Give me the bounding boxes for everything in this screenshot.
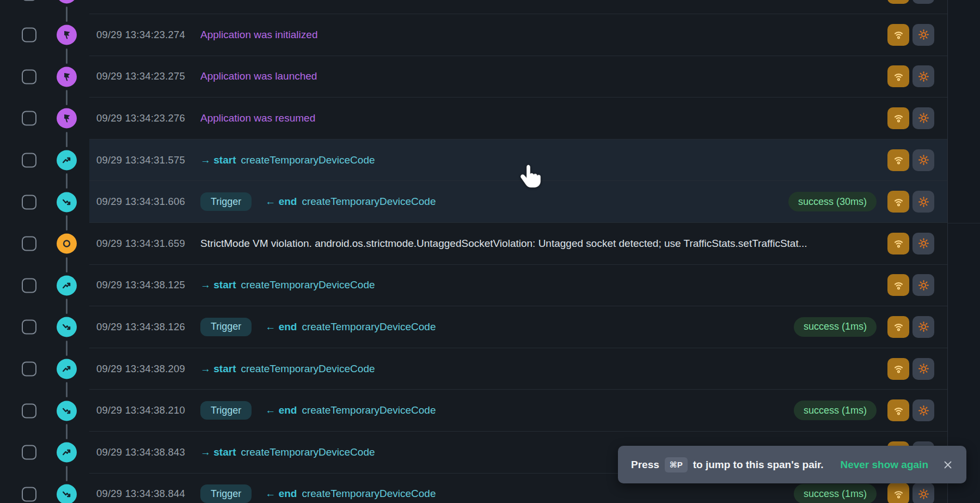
trigger-badge: Trigger: [200, 318, 252, 336]
row-gutter: [0, 348, 89, 390]
row-actions: [884, 149, 947, 171]
row-gutter: [0, 56, 89, 98]
trace-log-list: 09/29 13:34:23.274 Application was initi…: [0, 0, 947, 503]
row-content[interactable]: 09/29 13:34:38.125 → startcreateTemporar…: [89, 265, 947, 307]
row-checkbox[interactable]: [22, 237, 36, 251]
event-message: Application was initialized: [200, 29, 317, 41]
sun-button[interactable]: [912, 483, 934, 503]
sun-button[interactable]: [912, 65, 934, 87]
row-content[interactable]: 09/29 13:34:23.276 Application was resum…: [89, 98, 947, 140]
sun-button[interactable]: [912, 107, 934, 129]
span-name-link[interactable]: createTemporaryDeviceCode: [302, 321, 436, 333]
span-name-link[interactable]: createTemporaryDeviceCode: [302, 196, 436, 208]
log-row[interactable]: [0, 0, 947, 14]
row-checkbox[interactable]: [22, 153, 36, 168]
row-content[interactable]: 09/29 13:34:38.210 Trigger← endcreateTem…: [89, 390, 947, 432]
wifi-button[interactable]: [887, 0, 909, 4]
row-checkbox[interactable]: [22, 445, 36, 460]
row-actions: [884, 233, 947, 254]
sun-button[interactable]: [912, 0, 934, 4]
row-message: → startcreateTemporaryDeviceCode: [200, 363, 884, 375]
log-row[interactable]: 09/29 13:34:31.575 → startcreateTemporar…: [0, 140, 947, 181]
toast-text-press: Press: [631, 459, 659, 471]
wifi-button[interactable]: [887, 274, 909, 296]
never-show-again-link[interactable]: Never show again: [840, 459, 928, 471]
ring-icon: [57, 234, 77, 254]
wifi-button[interactable]: [887, 233, 909, 254]
span-direction-label: → start: [200, 279, 236, 291]
close-icon[interactable]: [942, 459, 953, 470]
row-checkbox[interactable]: [22, 195, 36, 209]
timeline-connector: [66, 90, 68, 105]
span-name-link[interactable]: createTemporaryDeviceCode: [302, 488, 436, 500]
timestamp: 09/29 13:34:31.575: [96, 154, 188, 166]
timeline-connector: [66, 49, 68, 64]
row-actions: success (1ms): [794, 316, 947, 338]
row-message: Trigger← endcreateTemporaryDeviceCode: [200, 192, 788, 211]
row-checkbox[interactable]: [22, 403, 36, 418]
event-message: Application was resumed: [200, 112, 315, 124]
sun-button[interactable]: [912, 233, 934, 254]
log-row[interactable]: 09/29 13:34:38.125 → startcreateTemporar…: [0, 265, 947, 307]
wifi-button[interactable]: [887, 399, 909, 421]
log-row[interactable]: 09/29 13:34:31.659 StrictMode VM violati…: [0, 223, 947, 265]
span-name-link[interactable]: createTemporaryDeviceCode: [241, 279, 375, 291]
log-row[interactable]: 09/29 13:34:23.275 Application was launc…: [0, 56, 947, 98]
wifi-button[interactable]: [887, 191, 909, 213]
row-checkbox[interactable]: [22, 278, 36, 293]
row-gutter: [0, 14, 89, 56]
timeline-connector: [66, 341, 68, 356]
wifi-button[interactable]: [887, 358, 909, 380]
span-name-link[interactable]: createTemporaryDeviceCode: [241, 154, 375, 166]
status-badge: success (1ms): [794, 401, 877, 420]
wifi-button[interactable]: [887, 107, 909, 129]
wifi-button[interactable]: [887, 149, 909, 171]
trend-down-icon: [57, 192, 77, 212]
sun-button[interactable]: [912, 399, 934, 421]
row-content[interactable]: 09/29 13:34:38.126 Trigger← endcreateTem…: [89, 306, 947, 348]
wifi-button[interactable]: [887, 483, 909, 503]
sun-button[interactable]: [912, 274, 934, 296]
sun-button[interactable]: [912, 149, 934, 171]
row-checkbox[interactable]: [22, 362, 36, 377]
row-checkbox[interactable]: [22, 111, 36, 126]
right-panel-divider: [948, 223, 980, 223]
log-row[interactable]: 09/29 13:34:31.606 Trigger← endcreateTem…: [0, 181, 947, 223]
timestamp: 09/29 13:34:38.209: [96, 363, 188, 375]
sun-button[interactable]: [912, 191, 934, 213]
wifi-button[interactable]: [887, 24, 909, 46]
row-checkbox[interactable]: [22, 28, 36, 43]
row-checkbox[interactable]: [22, 487, 36, 501]
row-content[interactable]: [89, 0, 947, 14]
row-content[interactable]: 09/29 13:34:23.275 Application was launc…: [89, 56, 947, 98]
row-checkbox[interactable]: [22, 0, 36, 1]
wifi-button[interactable]: [887, 65, 909, 87]
row-content[interactable]: 09/29 13:34:38.209 → startcreateTemporar…: [89, 348, 947, 390]
span-name-link[interactable]: createTemporaryDeviceCode: [241, 446, 375, 458]
log-row[interactable]: 09/29 13:34:38.209 → startcreateTemporar…: [0, 348, 947, 390]
timestamp: 09/29 13:34:23.276: [96, 112, 188, 124]
trigger-badge: Trigger: [200, 484, 252, 503]
row-gutter: [0, 98, 89, 140]
span-name-link[interactable]: createTemporaryDeviceCode: [241, 363, 375, 375]
wifi-button[interactable]: [887, 316, 909, 338]
flag-icon: [57, 25, 77, 45]
sun-button[interactable]: [912, 316, 934, 338]
row-content[interactable]: 09/29 13:34:23.274 Application was initi…: [89, 14, 947, 56]
log-row[interactable]: 09/29 13:34:38.126 Trigger← endcreateTem…: [0, 306, 947, 348]
row-checkbox[interactable]: [22, 69, 36, 84]
row-message: Application was initialized: [200, 29, 884, 41]
row-message: Application was launched: [200, 70, 884, 82]
right-panel: [947, 0, 980, 503]
row-content[interactable]: 09/29 13:34:31.659 StrictMode VM violati…: [89, 223, 947, 265]
log-row[interactable]: 09/29 13:34:23.274 Application was initi…: [0, 14, 947, 56]
sun-button[interactable]: [912, 358, 934, 380]
log-row[interactable]: 09/29 13:34:23.276 Application was resum…: [0, 98, 947, 140]
sun-button[interactable]: [912, 24, 934, 46]
row-message: Trigger← endcreateTemporaryDeviceCode: [200, 401, 794, 420]
timestamp: 09/29 13:34:23.275: [96, 70, 188, 82]
row-checkbox[interactable]: [22, 320, 36, 335]
timeline-connector: [66, 424, 68, 439]
log-row[interactable]: 09/29 13:34:38.210 Trigger← endcreateTem…: [0, 390, 947, 432]
span-name-link[interactable]: createTemporaryDeviceCode: [302, 404, 436, 416]
